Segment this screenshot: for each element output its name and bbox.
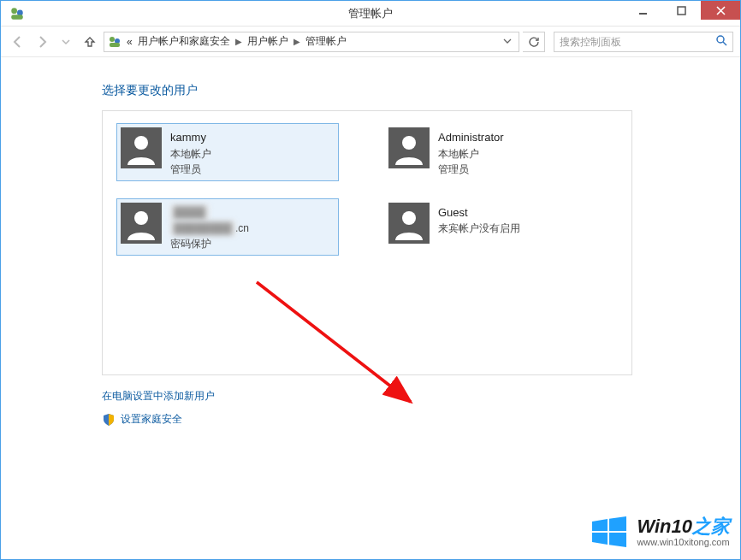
svg-point-12 — [402, 211, 416, 225]
svg-point-8 — [717, 36, 724, 43]
window-controls — [624, 1, 740, 20]
svg-marker-18 — [609, 533, 626, 547]
family-safety-link[interactable]: 设置家庭安全 — [102, 412, 740, 427]
user-tile-administrator[interactable]: Administrator 本地帐户 管理员 — [384, 123, 607, 181]
maximize-button[interactable] — [662, 1, 701, 20]
svg-point-5 — [110, 37, 115, 42]
users-grid: kammy 本地帐户 管理员 Administrator 本地帐户 管理员 — [116, 123, 618, 256]
forward-button[interactable] — [32, 32, 52, 52]
user-role: 管理员 — [170, 162, 211, 177]
user-name: kammy — [170, 129, 211, 146]
avatar-icon — [388, 203, 430, 244]
user-status: 来宾帐户没有启用 — [438, 221, 520, 236]
recent-locations-button[interactable] — [56, 32, 76, 52]
address-bar[interactable]: « 用户帐户和家庭安全 ▶ 用户帐户 ▶ 管理帐户 — [104, 32, 519, 52]
add-user-link[interactable]: 在电脑设置中添加新用户 — [102, 389, 740, 404]
user-accounts-icon — [108, 35, 122, 49]
user-account-type: 本地帐户 — [438, 146, 504, 162]
breadcrumb-item[interactable]: 用户帐户 — [247, 34, 288, 49]
action-links: 在电脑设置中添加新用户 设置家庭安全 — [102, 389, 740, 427]
svg-rect-3 — [639, 13, 647, 15]
user-info: Guest 来宾帐户没有启用 — [438, 203, 520, 237]
user-tile-kammy[interactable]: kammy 本地帐户 管理员 — [116, 123, 339, 181]
svg-marker-15 — [592, 519, 608, 531]
breadcrumb-item[interactable]: 用户帐户和家庭安全 — [138, 34, 230, 49]
user-info: ████ ████████.cn 密码保护 — [170, 203, 249, 252]
svg-rect-2 — [11, 15, 23, 20]
navigation-bar: « 用户帐户和家庭安全 ▶ 用户帐户 ▶ 管理帐户 — [1, 27, 740, 57]
search-box[interactable] — [554, 32, 733, 52]
user-name: Administrator — [438, 129, 504, 146]
up-button[interactable] — [80, 32, 100, 52]
user-info: Administrator 本地帐户 管理员 — [438, 127, 504, 177]
search-icon[interactable] — [715, 34, 727, 49]
svg-rect-7 — [110, 43, 120, 47]
chevron-right-icon: ▶ — [235, 37, 242, 46]
breadcrumb-prefix: « — [127, 36, 133, 48]
minimize-button[interactable] — [624, 1, 662, 20]
user-password-status: 密码保护 — [170, 236, 249, 251]
watermark-brand: Win10之家 — [637, 516, 730, 537]
page-title: 选择要更改的用户 — [102, 83, 740, 98]
user-role: 管理员 — [438, 162, 504, 177]
avatar-icon — [388, 127, 430, 168]
chevron-right-icon: ▶ — [293, 37, 300, 46]
svg-point-10 — [402, 136, 416, 150]
svg-rect-4 — [678, 7, 685, 15]
user-name: Guest — [438, 204, 520, 221]
control-panel-window: 管理帐户 — [0, 0, 741, 560]
user-tile-guest[interactable]: Guest 来宾帐户没有启用 — [384, 198, 607, 256]
close-button[interactable] — [701, 1, 740, 20]
watermark-text: Win10之家 www.win10xitong.com — [637, 516, 730, 547]
svg-marker-17 — [592, 533, 608, 545]
user-name-redacted: ████ — [170, 204, 249, 221]
user-accounts-icon — [9, 6, 25, 21]
svg-marker-16 — [609, 516, 626, 531]
search-input[interactable] — [560, 36, 705, 48]
watermark: Win10之家 www.win10xitong.com — [590, 513, 730, 551]
avatar-icon — [121, 203, 162, 244]
content-area: 选择要更改的用户 kammy 本地帐户 管理员 — [1, 57, 740, 559]
users-panel: kammy 本地帐户 管理员 Administrator 本地帐户 管理员 — [102, 110, 632, 375]
avatar-icon — [121, 127, 162, 168]
svg-point-0 — [11, 8, 17, 14]
svg-point-9 — [134, 136, 148, 150]
refresh-button[interactable] — [523, 32, 545, 52]
user-email-redacted: ████████.cn — [170, 221, 249, 236]
chevron-down-icon[interactable] — [500, 36, 515, 48]
breadcrumb: « 用户帐户和家庭安全 ▶ 用户帐户 ▶ 管理帐户 — [127, 34, 347, 49]
watermark-url: www.win10xitong.com — [637, 537, 730, 547]
user-info: kammy 本地帐户 管理员 — [170, 127, 211, 177]
windows-logo-icon — [590, 513, 628, 551]
shield-icon — [102, 413, 116, 427]
svg-point-11 — [134, 211, 148, 225]
user-account-type: 本地帐户 — [170, 146, 211, 162]
svg-line-14 — [257, 282, 411, 402]
titlebar: 管理帐户 — [1, 1, 740, 27]
breadcrumb-item[interactable]: 管理帐户 — [305, 34, 347, 49]
back-button[interactable] — [8, 32, 28, 52]
user-tile-email[interactable]: ████ ████████.cn 密码保护 — [116, 198, 339, 256]
